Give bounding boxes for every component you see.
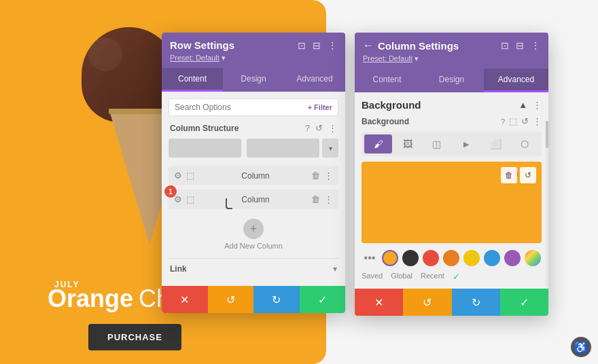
tab-design[interactable]: Design [223,68,284,92]
col-columns-icon[interactable]: ⊟ [516,40,524,51]
bg-type-map[interactable]: ⬡ [511,134,539,153]
background-type-tabs: 🖌 🖼 ◫ ▶ ⬜ ⬡ [362,132,542,156]
background-label: Background [362,117,409,126]
bg-type-image[interactable]: 🖼 [393,134,421,153]
background-subsection: Background ? ⬚ ↺ ⋮ [362,116,542,126]
question-icon[interactable]: ? [305,123,310,133]
bg-type-video[interactable]: ▶ [453,134,480,153]
trash-icon-2[interactable]: 🗑 [311,194,320,204]
bg-type-pattern[interactable]: ⬜ [482,134,510,153]
link-section[interactable]: Link ▾ [169,258,338,279]
col-select-right[interactable] [247,139,319,158]
col-tab-design[interactable]: Design [419,69,484,92]
column-settings-footer: ✕ ↺ ↻ ✓ [355,289,548,316]
row-redo-button[interactable]: ↻ [253,286,300,313]
trash-icon-1[interactable]: 🗑 [311,170,320,181]
more-icon-2[interactable]: ⋮ [324,194,333,204]
col-select-left[interactable] [169,139,241,158]
bg-type-gradient[interactable]: ◫ [423,134,451,153]
background-section-header: Background ▲ ⋮ [362,99,542,111]
checkmark-icon: ✓ [453,272,460,282]
bg-type-color[interactable]: 🖌 [364,134,392,153]
swatch-blue[interactable] [484,250,500,266]
purchase-button[interactable]: PURCHASE [88,324,181,350]
row-preset-label[interactable]: Preset: Default ▾ [170,54,337,62]
row-save-button[interactable]: ✓ [300,286,346,313]
gear-icon-2[interactable]: ⚙ [174,194,182,204]
bg-more-icon[interactable]: ⋮ [533,100,542,110]
bg-chevron-up-icon[interactable]: ▲ [518,100,527,110]
bg-preview-reset-icon[interactable]: ↺ [520,167,536,183]
saved-label[interactable]: Saved [362,272,383,282]
col-preset-label[interactable]: Preset: Default ▾ [363,54,540,63]
bg-reset-icon[interactable]: ↺ [521,116,529,126]
scroll-thumb[interactable] [546,121,548,148]
copy-icon-2[interactable]: ⬚ [186,194,194,204]
accessibility-icon[interactable]: ♿ [571,337,591,357]
column-settings-panel: ← Column Settings ⊡ ⊟ ⋮ Preset: Default … [355,33,548,316]
filter-button[interactable]: + Filter [308,103,332,111]
col-redo-button[interactable]: ↻ [452,289,500,316]
column-structure-row: Column Structure ? ↺ ⋮ [169,123,338,133]
col-more-icon[interactable]: ⋮ [531,40,540,51]
col-tab-content[interactable]: Content [355,69,419,92]
column-settings-header: ← Column Settings ⊡ ⊟ ⋮ Preset: Default … [355,33,548,69]
bg-question-icon[interactable]: ? [501,117,505,126]
col-reset-button[interactable]: ↺ [403,289,451,316]
scroll-bar [546,121,548,289]
column-settings-body: Background ▲ ⋮ Background ? ⬚ ↺ ⋮ 🖌 🖼 ◫ … [355,92,548,289]
column-label-2: Column [200,195,311,204]
link-arrow-icon: ▾ [333,264,337,274]
minimize-icon[interactable]: ⊡ [298,40,306,51]
row-settings-panel: Row Settings ⊡ ⊟ ⋮ Preset: Default ▾ Con… [162,33,345,313]
tab-advanced[interactable]: Advanced [284,68,345,92]
row-settings-footer: ✕ ↺ ↻ ✓ [162,286,345,313]
col-cancel-button[interactable]: ✕ [355,289,403,316]
recent-label[interactable]: Recent [421,272,444,282]
column-settings-title: Column Settings [378,40,459,52]
add-column-label: Add New Column [224,242,283,250]
row-settings-tabs: Content Design Advanced [162,68,345,92]
swatch-dark-orange[interactable] [443,250,459,266]
bg-preview-trash-icon[interactable]: 🗑 [501,167,517,183]
column-row-2: 1 ⚙ ⬚ Column 🗑 ⋮ [169,189,338,209]
more-icon[interactable]: ⋮ [328,40,337,51]
global-label[interactable]: Global [391,272,412,282]
swatch-red[interactable] [423,250,439,266]
col-tab-advanced[interactable]: Advanced [484,69,548,92]
row-settings-header: Row Settings ⊡ ⊟ ⋮ Preset: Default ▾ [162,33,345,68]
row-cancel-button[interactable]: ✕ [162,286,208,313]
row-settings-title: Row Settings [170,39,234,51]
background-section-title: Background [362,99,421,111]
columns-icon[interactable]: ⊟ [313,40,321,51]
add-column-button[interactable]: + Add New Column [169,213,338,255]
swatch-black[interactable] [402,250,419,266]
column-label-1: Column [200,171,311,181]
row-reset-button[interactable]: ↺ [208,286,254,313]
bg-copy-icon[interactable]: ⬚ [509,116,517,126]
col-save-button[interactable]: ✓ [500,289,548,316]
more-dots-icon[interactable]: ⋮ [328,123,337,133]
more-icon-1[interactable]: ⋮ [324,170,333,181]
swatch-yellow[interactable] [463,250,480,266]
col-minimize-icon[interactable]: ⊡ [501,40,509,51]
tab-content[interactable]: Content [162,68,223,92]
search-bar: + Filter [169,98,338,116]
swatch-more-icon[interactable]: ••• [362,250,378,266]
background-preview: 2 🗑 ↺ [362,162,542,243]
swatch-purple[interactable] [504,250,521,266]
swatch-orange[interactable] [382,250,398,266]
col-select-arrow[interactable]: ▾ [322,139,338,158]
copy-icon-1[interactable]: ⬚ [186,170,194,181]
column-structure-select: ▾ [169,139,338,158]
bg-dots-icon[interactable]: ⋮ [533,116,542,126]
orange-label: Orange [48,285,133,313]
back-arrow-icon[interactable]: ← [363,39,374,52]
row-settings-body: + Filter Column Structure ? ↺ ⋮ ▾ ⚙ ⬚ Co… [162,92,345,286]
search-input[interactable] [175,103,308,112]
gear-icon-1[interactable]: ⚙ [174,170,182,181]
add-column-circle: + [243,219,264,239]
reset-icon[interactable]: ↺ [315,123,323,133]
badge-1: 1 [164,185,177,198]
color-picker-swatch[interactable] [525,250,541,266]
